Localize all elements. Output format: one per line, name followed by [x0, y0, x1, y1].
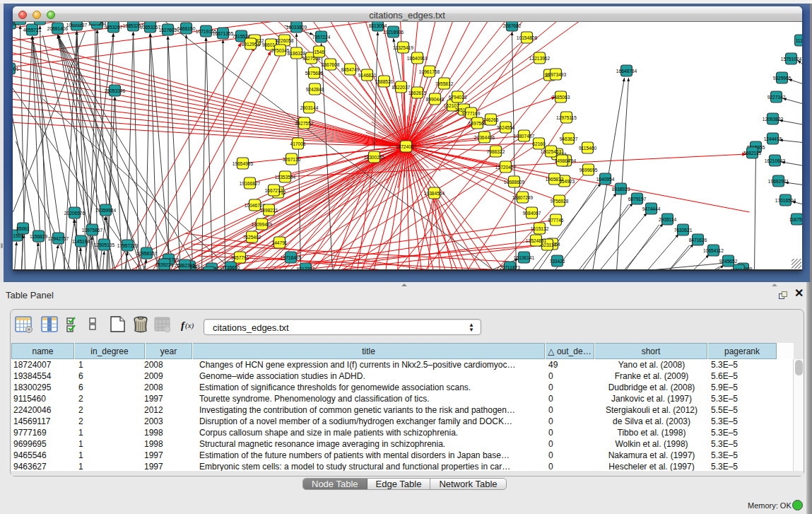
svg-text:16033809: 16033809: [286, 25, 307, 30]
svg-text:9329965: 9329965: [772, 76, 791, 81]
svg-text:12353594: 12353594: [274, 175, 295, 180]
svg-text:19218936: 19218936: [382, 30, 404, 35]
svg-text:28053346: 28053346: [104, 88, 125, 93]
svg-text:15716485: 15716485: [280, 255, 301, 260]
svg-text:16210643: 16210643: [764, 158, 785, 163]
svg-text:18724007: 18724007: [395, 144, 416, 149]
svg-text:4735650: 4735650: [221, 265, 240, 270]
svg-text:8813054: 8813054: [368, 23, 387, 28]
svg-text:25882305: 25882305: [174, 263, 195, 268]
svg-text:10653267: 10653267: [139, 25, 160, 30]
svg-text:6794028: 6794028: [448, 95, 466, 100]
svg-text:12942757: 12942757: [47, 236, 69, 241]
svg-text:9115460: 9115460: [578, 146, 596, 151]
svg-text:9699695: 9699695: [579, 168, 597, 173]
svg-text:116753: 116753: [789, 217, 801, 222]
svg-text:8938923: 8938923: [611, 187, 630, 192]
svg-text:5875685: 5875685: [305, 71, 323, 76]
svg-text:25711873: 25711873: [500, 265, 520, 270]
svg-text:9227342: 9227342: [767, 95, 785, 100]
svg-text:417006: 417006: [290, 141, 305, 146]
svg-text:1839221: 1839221: [155, 262, 173, 267]
svg-text:2803144: 2803144: [300, 105, 318, 110]
svg-text:19654985: 19654985: [232, 161, 253, 166]
svg-text:2651301: 2651301: [13, 66, 19, 71]
svg-text:18807249: 18807249: [512, 195, 533, 200]
svg-text:4055721: 4055721: [23, 28, 41, 33]
svg-text:12213962: 12213962: [529, 56, 550, 61]
svg-text:10046726: 10046726: [244, 203, 265, 208]
svg-text:13975867: 13975867: [81, 228, 102, 233]
svg-text:10958107: 10958107: [136, 251, 157, 256]
svg-text:8322037: 8322037: [392, 85, 410, 90]
svg-text:1615132: 1615132: [530, 226, 548, 231]
svg-text:9146821: 9146821: [358, 73, 376, 78]
svg-text:7986322: 7986322: [486, 149, 505, 154]
svg-text:62160: 62160: [532, 141, 546, 146]
svg-text:9457791: 9457791: [230, 255, 249, 260]
svg-text:1156829: 1156829: [29, 234, 47, 239]
svg-text:3624554: 3624554: [496, 125, 514, 130]
svg-text:19692971: 19692971: [767, 179, 789, 184]
svg-text:1640954: 1640954: [596, 177, 614, 182]
svg-text:1112: 1112: [795, 38, 801, 43]
svg-text:15751074: 15751074: [780, 57, 801, 62]
svg-text:8912954: 8912954: [241, 42, 259, 47]
svg-text:10961758: 10961758: [418, 69, 440, 74]
svg-text:10025453: 10025453: [540, 149, 561, 154]
svg-text:2935114: 2935114: [658, 217, 676, 222]
svg-text:9853267: 9853267: [104, 25, 122, 30]
svg-text:9756928: 9756928: [550, 199, 568, 204]
svg-text:1965832: 1965832: [545, 177, 563, 182]
svg-text:3267130: 3267130: [282, 157, 300, 162]
svg-text:7625402: 7625402: [242, 235, 261, 240]
svg-text:20691406: 20691406: [47, 26, 68, 31]
svg-text:1527602: 1527602: [158, 28, 177, 33]
svg-text:9474444: 9474444: [642, 206, 660, 211]
svg-text:8186328: 8186328: [287, 51, 305, 56]
svg-text:16671355: 16671355: [212, 31, 233, 36]
svg-text:9463627: 9463627: [559, 136, 577, 141]
svg-text:16136141: 16136141: [513, 255, 534, 260]
svg-text:149864: 149864: [554, 158, 570, 163]
svg-text:10807487: 10807487: [513, 134, 534, 139]
svg-text:15720407: 15720407: [495, 165, 516, 170]
svg-text:18300295: 18300295: [363, 155, 384, 160]
svg-text:746266: 746266: [483, 117, 498, 122]
svg-text:9245652: 9245652: [719, 259, 737, 264]
svg-text:16648784: 16648784: [616, 69, 637, 74]
svg-text:10154808: 10154808: [516, 35, 537, 40]
svg-text:85061: 85061: [16, 226, 30, 231]
svg-text:4439167: 4439167: [729, 268, 748, 270]
svg-text:9242848: 9242848: [305, 87, 324, 92]
svg-text:1588520: 1588520: [375, 79, 393, 84]
svg-text:1145194: 1145194: [71, 239, 90, 244]
svg-text:733426: 733426: [549, 259, 565, 264]
svg-text:12093822: 12093822: [762, 117, 783, 122]
svg-text:9777169: 9777169: [461, 111, 480, 116]
svg-text:12975115: 12975115: [556, 115, 577, 120]
svg-text:977746: 977746: [548, 218, 563, 223]
svg-text:17957223: 17957223: [117, 243, 138, 248]
svg-text:1498221: 1498221: [259, 208, 278, 213]
svg-text:10654112: 10654112: [703, 248, 724, 253]
svg-text:6879197: 6879197: [628, 197, 646, 201]
svg-text:(x): (x): [185, 321, 194, 330]
svg-text:7357224: 7357224: [312, 35, 330, 40]
svg-text:7632621: 7632621: [673, 228, 692, 233]
svg-text:1244415: 1244415: [763, 136, 782, 141]
svg-text:1546: 1546: [314, 49, 324, 54]
svg-text:9084067: 9084067: [522, 211, 541, 216]
svg-text:10688609: 10688609: [503, 180, 524, 185]
svg-text:1362615: 1362615: [408, 90, 426, 95]
svg-text:11325419: 11325419: [393, 45, 413, 50]
svg-text:1667213: 1667213: [264, 188, 283, 193]
svg-text:8471626: 8471626: [688, 238, 707, 243]
svg-text:9217207: 9217207: [296, 267, 314, 270]
svg-text:13524851: 13524851: [525, 238, 546, 243]
svg-text:7955812: 7955812: [435, 81, 453, 86]
svg-text:6466160: 6466160: [177, 26, 195, 31]
svg-text:2087682: 2087682: [502, 23, 521, 28]
svg-text:14099489: 14099489: [251, 222, 272, 227]
svg-text:18640910: 18640910: [406, 56, 428, 61]
